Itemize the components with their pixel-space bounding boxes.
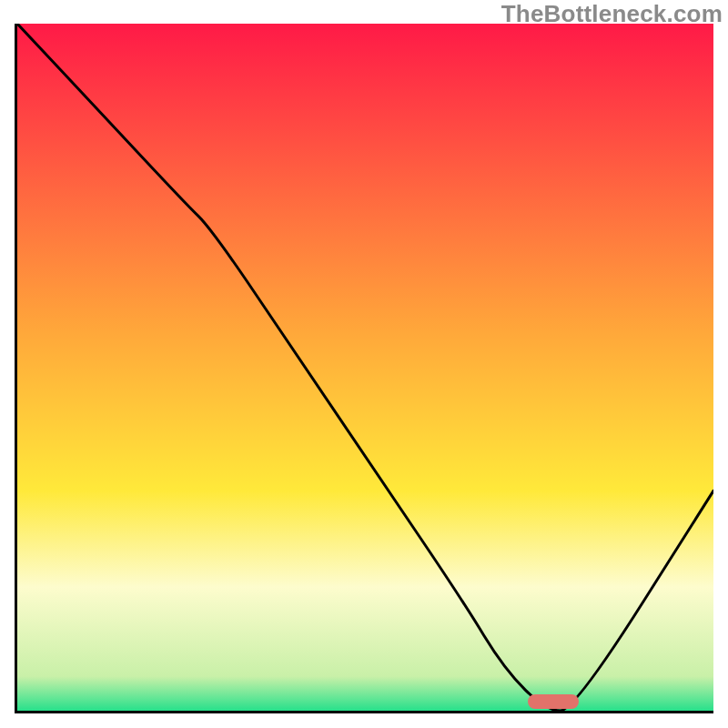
plot-area <box>15 24 713 713</box>
bottleneck-curve <box>17 24 713 711</box>
chart-frame: TheBottleneck.com <box>0 0 728 728</box>
optimal-marker <box>528 694 579 709</box>
